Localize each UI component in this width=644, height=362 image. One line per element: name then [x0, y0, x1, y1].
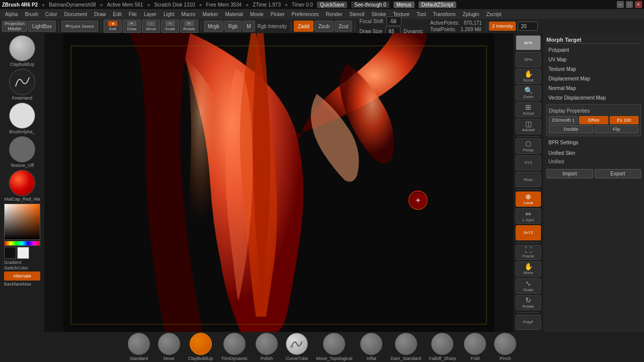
alternate-button[interactable]: Alternate [4, 272, 40, 281]
bpr-button[interactable]: BPR [516, 35, 541, 50]
bt-move-topological[interactable]: Move_Topological [316, 333, 352, 361]
morph-target-section: Morph Target [546, 35, 641, 44]
unified-skin-item[interactable]: Unified Skin [546, 149, 641, 157]
default-script-button[interactable]: DefaultZScript [419, 2, 456, 8]
frame-button[interactable]: ⛶ Frame [516, 245, 541, 260]
move-strip-button[interactable]: ✋ Move [516, 261, 541, 277]
texture-map-item[interactable]: Texture Map [546, 65, 641, 73]
bt-dam-standard[interactable]: Dam_Standard [390, 333, 421, 361]
menu-layer[interactable]: Layer [141, 11, 159, 18]
lightbox-button[interactable]: LightBox [28, 21, 56, 32]
dam-std-label: Dam_Standard [390, 356, 421, 361]
draw-icon: ✒ [127, 21, 136, 26]
zcut-button[interactable]: Zcut [335, 21, 352, 32]
menu-render[interactable]: Render [323, 11, 346, 18]
zsub-button[interactable]: Zsub [314, 21, 334, 32]
es-button[interactable]: Es 100 [610, 116, 638, 124]
menu-color[interactable]: Color [42, 11, 60, 18]
stroke-tool-item[interactable]: FreeHand [9, 69, 35, 101]
color-hue-strip[interactable] [4, 241, 40, 246]
projection-master-button[interactable]: Projection Master [2, 21, 27, 32]
menu-alpha[interactable]: Alpha [2, 11, 21, 18]
move-button[interactable]: ↔ Move [142, 20, 160, 33]
bt-trimdynamic[interactable]: TrimDynamic [221, 333, 248, 361]
black-swatch[interactable] [4, 247, 16, 259]
double-button[interactable]: Double [549, 125, 593, 133]
scale-button[interactable]: ⤡ Scale [161, 20, 179, 33]
menu-preferences[interactable]: Preferences [289, 11, 322, 18]
aahalf-button[interactable]: ◫ AAHalf [516, 119, 541, 134]
bt-curvetube[interactable]: CurveTube [286, 333, 308, 361]
menus-button[interactable]: Menus [393, 2, 415, 8]
polyf-button[interactable]: PolyF [516, 315, 541, 330]
close-button[interactable]: ✕ [635, 1, 642, 8]
rotate-button[interactable]: ↻ Rotate [180, 20, 198, 33]
import-button[interactable]: Import [546, 169, 593, 178]
mrgb-button[interactable]: Mrgb [204, 21, 223, 32]
brush-alpha-item[interactable]: BrushAlpha_ [9, 103, 35, 134]
brush-tool-item[interactable]: ClaybuildUp [9, 35, 35, 67]
menu-macro[interactable]: Macro [179, 11, 199, 18]
zadd-button[interactable]: Zadd [294, 21, 313, 32]
menu-material[interactable]: Material [222, 11, 247, 18]
menu-movie[interactable]: Movie [247, 11, 267, 18]
zoom-button[interactable]: 🔍 Zoom [516, 85, 541, 101]
bt-standard[interactable]: Standard [128, 333, 150, 361]
xyz-button[interactable]: XYZ [516, 155, 541, 170]
menu-draw[interactable]: Draw [91, 11, 109, 18]
local-button[interactable]: ⊕ Local [516, 192, 541, 207]
spix-button[interactable]: SPix [516, 52, 541, 67]
m-button[interactable]: M [243, 21, 255, 32]
displacement-map-item[interactable]: Displacement Map [546, 74, 641, 83]
focal-shift-value[interactable]: -56 [386, 17, 401, 26]
sxyz-button[interactable]: SxYZ [516, 225, 541, 240]
rotate-strip-button[interactable]: ↻ Rotate [516, 295, 541, 310]
quicksave-button[interactable]: QuickSave [317, 2, 347, 8]
bt-fold[interactable]: Fold [464, 333, 486, 361]
bt-claybuildup[interactable]: ClayBuildUp [188, 333, 213, 361]
menu-file[interactable]: File [126, 11, 140, 18]
dsmooth-button[interactable]: DSmooth 1 [549, 116, 578, 124]
bt-pinch[interactable]: Pinch [494, 333, 516, 361]
scroll-button[interactable]: ✋ Scroll [516, 69, 541, 84]
z-intensity-value[interactable]: 20 [518, 22, 538, 31]
matcap-item[interactable]: MatCap_Red_Wa [4, 170, 40, 202]
quick-sketch-button[interactable]: ✏ Quick Sketch [61, 21, 98, 32]
bt-move[interactable]: Move [158, 333, 180, 361]
maximize-button[interactable]: □ [626, 1, 633, 8]
menu-zscript[interactable]: Zscript [483, 11, 504, 18]
menu-document[interactable]: Document [61, 11, 91, 18]
scale-strip-button[interactable]: ⤡ Scale [516, 278, 541, 293]
menu-light[interactable]: Light [160, 11, 178, 18]
floor-button[interactable]: Floor [516, 172, 541, 187]
menu-edit[interactable]: Edit [110, 11, 125, 18]
canvas-area[interactable] [44, 33, 513, 332]
minimize-button[interactable]: ─ [617, 1, 624, 8]
export-button[interactable]: Export [595, 169, 641, 178]
lsym-button[interactable]: ⇔ L.Sym [516, 208, 541, 223]
bpr-settings-item[interactable]: BPR Settings [546, 138, 641, 147]
color-picker[interactable] [4, 204, 40, 240]
flip-button[interactable]: Flip [595, 125, 639, 133]
white-swatch[interactable] [17, 247, 29, 259]
persp-button[interactable]: ⬡ Persp [516, 138, 541, 153]
edit-button[interactable]: ◈ Edit [104, 20, 122, 33]
uv-map-item[interactable]: UV Map [546, 55, 641, 64]
polypaint-item[interactable]: Polypaint [546, 46, 641, 54]
menu-picker[interactable]: Picker [268, 11, 288, 18]
bottom-toolbar: Standard Move ClayBuildUp TrimDynamic Po… [0, 332, 644, 362]
texture-item[interactable]: Texture_Off [9, 136, 35, 168]
normal-map-item[interactable]: Normal Map [546, 84, 641, 93]
bt-falloff-sharp[interactable]: Falloff_Sharp [429, 333, 456, 361]
menu-brush[interactable]: Brush [22, 11, 41, 18]
seethrough-button[interactable]: See-through 0 [351, 2, 389, 8]
actual-button[interactable]: ⊞ Actual [516, 102, 541, 117]
switch-color-button[interactable]: SwitchColor [4, 265, 40, 270]
menu-marker[interactable]: Marker [199, 11, 221, 18]
dres-button[interactable]: DRes [579, 116, 608, 124]
bt-inflat[interactable]: Inflat [360, 333, 382, 361]
draw-button[interactable]: ✒ Draw [123, 20, 141, 33]
rgb-button[interactable]: Rgb [224, 21, 242, 32]
bt-polish[interactable]: Polish [256, 333, 278, 361]
vector-displacement-item[interactable]: Vector Displacement Map [546, 94, 641, 102]
